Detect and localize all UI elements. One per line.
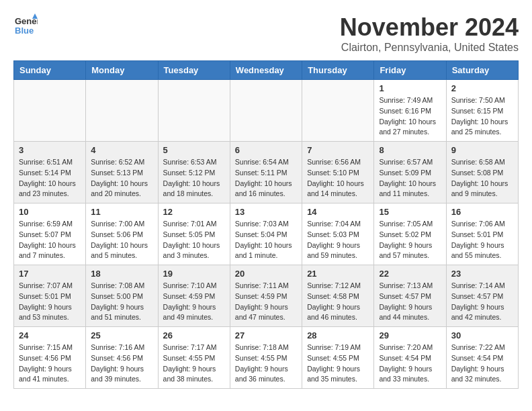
day-info: Sunrise: 7:14 AM Sunset: 4:57 PM Dayligh…	[451, 281, 513, 323]
day-info: Sunrise: 7:10 AM Sunset: 4:59 PM Dayligh…	[163, 281, 225, 323]
day-cell: 6Sunrise: 6:54 AM Sunset: 5:11 PM Daylig…	[230, 142, 302, 203]
week-row-4: 17Sunrise: 7:07 AM Sunset: 5:01 PM Dayli…	[14, 265, 519, 327]
day-cell: 3Sunrise: 6:51 AM Sunset: 5:14 PM Daylig…	[14, 142, 86, 203]
day-number: 4	[91, 145, 152, 155]
day-info: Sunrise: 7:08 AM Sunset: 5:00 PM Dayligh…	[91, 281, 152, 323]
day-info: Sunrise: 7:05 AM Sunset: 5:02 PM Dayligh…	[379, 219, 441, 261]
day-number: 28	[307, 330, 369, 340]
week-row-5: 24Sunrise: 7:15 AM Sunset: 4:56 PM Dayli…	[14, 327, 519, 389]
day-number: 6	[235, 145, 297, 155]
day-info: Sunrise: 7:20 AM Sunset: 4:54 PM Dayligh…	[379, 342, 441, 385]
day-cell: 14Sunrise: 7:04 AM Sunset: 5:03 PM Dayli…	[302, 203, 374, 265]
day-info: Sunrise: 6:56 AM Sunset: 5:10 PM Dayligh…	[307, 157, 369, 199]
weekday-header-row: SundayMondayTuesdayWednesdayThursdayFrid…	[14, 61, 519, 80]
day-number: 12	[163, 207, 225, 217]
day-cell	[158, 80, 230, 142]
day-cell: 30Sunrise: 7:22 AM Sunset: 4:54 PM Dayli…	[446, 327, 518, 389]
day-cell: 21Sunrise: 7:12 AM Sunset: 4:58 PM Dayli…	[302, 265, 374, 327]
day-info: Sunrise: 7:03 AM Sunset: 5:04 PM Dayligh…	[235, 219, 297, 261]
day-cell: 10Sunrise: 6:59 AM Sunset: 5:07 PM Dayli…	[14, 203, 86, 265]
day-cell: 22Sunrise: 7:13 AM Sunset: 4:57 PM Dayli…	[374, 265, 446, 327]
day-info: Sunrise: 6:53 AM Sunset: 5:12 PM Dayligh…	[163, 157, 225, 199]
day-cell: 11Sunrise: 7:00 AM Sunset: 5:06 PM Dayli…	[86, 203, 158, 265]
day-info: Sunrise: 6:52 AM Sunset: 5:13 PM Dayligh…	[91, 157, 152, 199]
day-number: 29	[379, 330, 441, 340]
day-cell: 15Sunrise: 7:05 AM Sunset: 5:02 PM Dayli…	[374, 203, 446, 265]
week-row-1: 1Sunrise: 7:49 AM Sunset: 6:16 PM Daylig…	[14, 80, 519, 142]
day-cell: 12Sunrise: 7:01 AM Sunset: 5:05 PM Dayli…	[158, 203, 230, 265]
day-info: Sunrise: 7:00 AM Sunset: 5:06 PM Dayligh…	[91, 219, 152, 261]
day-number: 24	[19, 330, 81, 340]
svg-text:Blue: Blue	[15, 26, 34, 36]
day-info: Sunrise: 6:51 AM Sunset: 5:14 PM Dayligh…	[19, 157, 81, 199]
day-number: 25	[91, 330, 152, 340]
weekday-header-thursday: Thursday	[302, 61, 374, 80]
day-number: 22	[379, 269, 441, 279]
day-info: Sunrise: 7:06 AM Sunset: 5:01 PM Dayligh…	[451, 219, 513, 261]
day-info: Sunrise: 7:04 AM Sunset: 5:03 PM Dayligh…	[307, 219, 369, 261]
day-cell: 27Sunrise: 7:18 AM Sunset: 4:55 PM Dayli…	[230, 327, 302, 389]
day-number: 7	[307, 145, 369, 155]
day-cell: 24Sunrise: 7:15 AM Sunset: 4:56 PM Dayli…	[14, 327, 86, 389]
day-info: Sunrise: 7:01 AM Sunset: 5:05 PM Dayligh…	[163, 219, 225, 261]
day-cell	[230, 80, 302, 142]
day-cell: 2Sunrise: 7:50 AM Sunset: 6:15 PM Daylig…	[446, 80, 518, 142]
day-number: 13	[235, 207, 297, 217]
day-info: Sunrise: 7:13 AM Sunset: 4:57 PM Dayligh…	[379, 281, 441, 323]
day-info: Sunrise: 7:07 AM Sunset: 5:01 PM Dayligh…	[19, 281, 81, 323]
day-info: Sunrise: 7:18 AM Sunset: 4:55 PM Dayligh…	[235, 342, 297, 385]
day-number: 9	[451, 145, 513, 155]
day-info: Sunrise: 7:11 AM Sunset: 4:59 PM Dayligh…	[235, 281, 297, 323]
day-cell: 17Sunrise: 7:07 AM Sunset: 5:01 PM Dayli…	[14, 265, 86, 327]
day-number: 14	[307, 207, 369, 217]
weekday-header-wednesday: Wednesday	[230, 61, 302, 80]
day-number: 5	[163, 145, 225, 155]
day-cell: 5Sunrise: 6:53 AM Sunset: 5:12 PM Daylig…	[158, 142, 230, 203]
day-cell: 28Sunrise: 7:19 AM Sunset: 4:55 PM Dayli…	[302, 327, 374, 389]
day-cell: 7Sunrise: 6:56 AM Sunset: 5:10 PM Daylig…	[302, 142, 374, 203]
header: General Blue November 2024 Clairton, Pen…	[13, 13, 519, 54]
weekday-header-tuesday: Tuesday	[158, 61, 230, 80]
week-row-3: 10Sunrise: 6:59 AM Sunset: 5:07 PM Dayli…	[14, 203, 519, 265]
day-number: 15	[379, 207, 441, 217]
day-cell: 20Sunrise: 7:11 AM Sunset: 4:59 PM Dayli…	[230, 265, 302, 327]
weekday-header-monday: Monday	[86, 61, 158, 80]
day-number: 26	[163, 330, 225, 340]
day-number: 21	[307, 269, 369, 279]
day-number: 27	[235, 330, 297, 340]
day-info: Sunrise: 6:54 AM Sunset: 5:11 PM Dayligh…	[235, 157, 297, 199]
day-cell: 26Sunrise: 7:17 AM Sunset: 4:55 PM Dayli…	[158, 327, 230, 389]
weekday-header-saturday: Saturday	[446, 61, 518, 80]
day-info: Sunrise: 6:59 AM Sunset: 5:07 PM Dayligh…	[19, 219, 81, 261]
day-number: 3	[19, 145, 81, 155]
location-title: Clairton, Pennsylvania, United States	[340, 42, 519, 54]
day-info: Sunrise: 7:19 AM Sunset: 4:55 PM Dayligh…	[307, 342, 369, 385]
day-cell: 4Sunrise: 6:52 AM Sunset: 5:13 PM Daylig…	[86, 142, 158, 203]
day-cell: 18Sunrise: 7:08 AM Sunset: 5:00 PM Dayli…	[86, 265, 158, 327]
day-info: Sunrise: 7:50 AM Sunset: 6:15 PM Dayligh…	[451, 95, 513, 138]
day-number: 11	[91, 207, 152, 217]
week-row-2: 3Sunrise: 6:51 AM Sunset: 5:14 PM Daylig…	[14, 142, 519, 203]
day-cell	[14, 80, 86, 142]
day-number: 20	[235, 269, 297, 279]
day-cell: 19Sunrise: 7:10 AM Sunset: 4:59 PM Dayli…	[158, 265, 230, 327]
day-cell: 16Sunrise: 7:06 AM Sunset: 5:01 PM Dayli…	[446, 203, 518, 265]
day-info: Sunrise: 7:49 AM Sunset: 6:16 PM Dayligh…	[379, 95, 441, 138]
day-cell	[86, 80, 158, 142]
day-cell: 23Sunrise: 7:14 AM Sunset: 4:57 PM Dayli…	[446, 265, 518, 327]
day-info: Sunrise: 6:58 AM Sunset: 5:08 PM Dayligh…	[451, 157, 513, 199]
day-cell: 9Sunrise: 6:58 AM Sunset: 5:08 PM Daylig…	[446, 142, 518, 203]
day-info: Sunrise: 7:12 AM Sunset: 4:58 PM Dayligh…	[307, 281, 369, 323]
day-number: 19	[163, 269, 225, 279]
weekday-header-sunday: Sunday	[14, 61, 86, 80]
logo: General Blue	[13, 13, 38, 38]
day-cell: 29Sunrise: 7:20 AM Sunset: 4:54 PM Dayli…	[374, 327, 446, 389]
day-info: Sunrise: 6:57 AM Sunset: 5:09 PM Dayligh…	[379, 157, 441, 199]
day-cell: 13Sunrise: 7:03 AM Sunset: 5:04 PM Dayli…	[230, 203, 302, 265]
day-number: 17	[19, 269, 81, 279]
day-number: 8	[379, 145, 441, 155]
day-number: 23	[451, 269, 513, 279]
day-info: Sunrise: 7:17 AM Sunset: 4:55 PM Dayligh…	[163, 342, 225, 385]
day-cell	[302, 80, 374, 142]
day-number: 1	[379, 83, 441, 93]
